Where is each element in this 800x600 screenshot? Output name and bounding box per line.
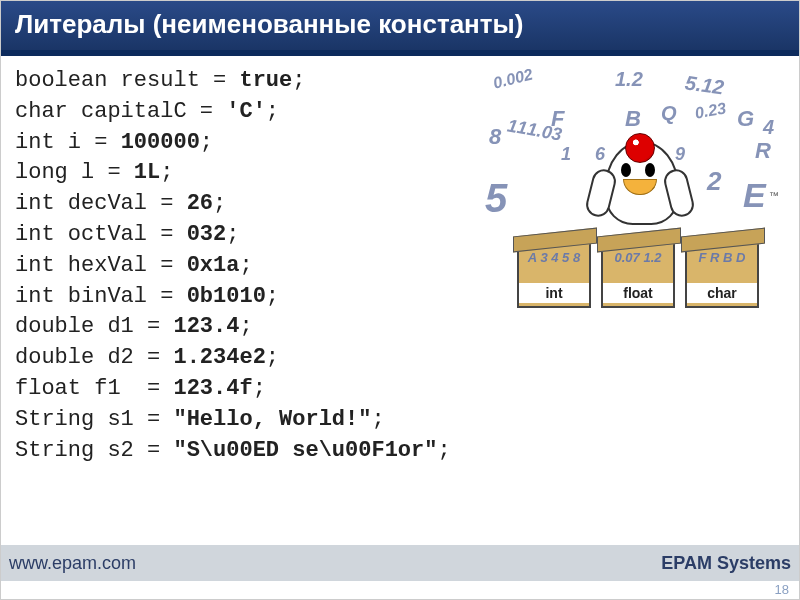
slide: Литералы (неименованные константы) boole…	[0, 0, 800, 600]
code-line: double d1 = 123.4;	[15, 314, 253, 339]
code-block: boolean result = true; char capitalC = '…	[15, 66, 485, 466]
code-line: int i = 100000;	[15, 130, 213, 155]
box-contents: 0.07 1.2	[603, 250, 673, 265]
slide-title: Литералы (неименованные константы)	[1, 1, 799, 56]
box-contents: F R B D	[687, 250, 757, 265]
type-box-char: F R B D char	[685, 242, 759, 308]
box-contents: A 3 4 5 8	[519, 250, 589, 265]
box-label: char	[687, 283, 757, 303]
illustration: 0.002 1.2 5.12 8 F 111.03 B Q 0.23 G 4 1…	[485, 66, 785, 326]
type-box-float: 0.07 1.2 float	[601, 242, 675, 308]
code-line: int hexVal = 0x1a;	[15, 253, 253, 278]
floater-text: G	[737, 106, 754, 132]
code-line: int decVal = 26;	[15, 191, 226, 216]
code-line: String s1 = "Hello, World!";	[15, 407, 385, 432]
floater-text: R	[755, 138, 771, 164]
type-box-int: A 3 4 5 8 int	[517, 242, 591, 308]
code-line: char capitalC = 'C';	[15, 99, 279, 124]
slide-footer: www.epam.com EPAM Systems	[1, 545, 799, 581]
code-line: boolean result = true;	[15, 68, 305, 93]
page-number: 18	[775, 582, 789, 597]
footer-brand: EPAM Systems	[661, 553, 791, 574]
slide-content: boolean result = true; char capitalC = '…	[1, 56, 799, 466]
box-label: int	[519, 283, 589, 303]
code-line: long l = 1L;	[15, 160, 173, 185]
floater-text: 8	[489, 124, 501, 150]
footer-url: www.epam.com	[9, 553, 136, 574]
java-mascot-icon	[595, 121, 685, 231]
box-label: float	[603, 283, 673, 303]
floater-text: 2	[707, 166, 721, 197]
floater-text: E	[743, 176, 766, 215]
floater-text: 1.2	[615, 68, 643, 91]
floater-text: 5.12	[684, 71, 726, 99]
floater-text: 0.23	[694, 99, 728, 122]
trademark-icon: ™	[769, 190, 779, 201]
code-line: int binVal = 0b1010;	[15, 284, 279, 309]
code-line: int octVal = 032;	[15, 222, 239, 247]
floater-text: 4	[763, 116, 774, 139]
code-line: String s2 = "S\u00ED se\u00F1or";	[15, 438, 451, 463]
floater-text: 5	[485, 176, 507, 221]
mascot-scene: 0.002 1.2 5.12 8 F 111.03 B Q 0.23 G 4 1…	[485, 66, 785, 326]
floater-text: 1	[561, 144, 571, 165]
code-line: float f1 = 123.4f;	[15, 376, 266, 401]
code-line: double d2 = 1.234e2;	[15, 345, 279, 370]
floater-text: 0.002	[491, 65, 534, 92]
